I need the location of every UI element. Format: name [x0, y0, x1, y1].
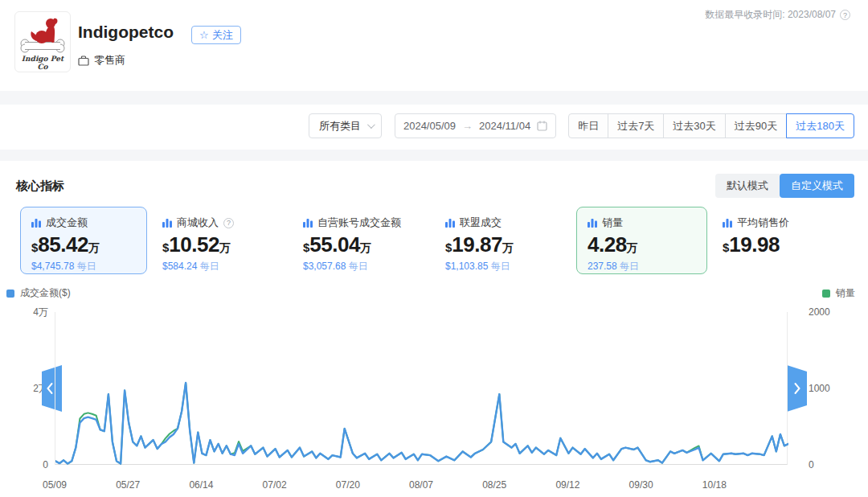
x-axis-tick: 07/20: [324, 479, 372, 491]
default-mode-button[interactable]: 默认模式: [715, 174, 780, 198]
metric-daily: $1,103.85 每日: [445, 260, 563, 273]
shop-type-badge: 零售商: [78, 53, 125, 68]
metric-value: $55.04万: [303, 232, 430, 257]
metric-daily: $584.24 每日: [162, 260, 288, 273]
quick-range-group: 昨日 过去7天 过去30天 过去90天 过去180天: [569, 113, 854, 138]
data-since-text: 数据最早收录时间: 2023/08/07: [705, 8, 836, 22]
x-axis-tick: 09/30: [617, 479, 665, 491]
chevron-right-icon: [796, 384, 800, 393]
y-axis-right-tick: 2000: [809, 306, 849, 318]
metric-card-1[interactable]: 商城收入?$10.52万$584.24 每日: [161, 207, 288, 274]
range-button-30d[interactable]: 过去30天: [663, 113, 725, 138]
bar-chart-icon: [723, 218, 732, 228]
x-axis-tick: 08/07: [397, 479, 445, 491]
bar-chart-icon: [303, 218, 313, 228]
section-divider: [0, 150, 868, 161]
metric-label: 自营账号成交金额: [317, 216, 401, 230]
section-divider: [0, 91, 868, 105]
metric-card-5[interactable]: 平均销售价$19.98: [721, 207, 841, 274]
data-since: 数据最早收录时间: 2023/08/07 ?: [705, 8, 850, 22]
metric-card-2[interactable]: 自营账号成交金额$55.04万$3,057.68 每日: [301, 207, 430, 274]
bar-chart-icon: [445, 218, 455, 228]
category-select[interactable]: 所有类目: [309, 113, 382, 138]
date-range-start: 2024/05/09: [403, 120, 456, 132]
chevron-left-icon: [48, 384, 52, 393]
dog-bone-logo-icon: [17, 14, 68, 55]
metric-value: 4.28万: [588, 232, 706, 257]
metric-label-row: 成交金额: [31, 216, 146, 230]
scroll-right-arrow[interactable]: [787, 365, 807, 412]
legend-sales-label: 销量: [836, 286, 855, 300]
x-axis-tick: 06/14: [177, 479, 225, 491]
briefcase-icon: [78, 55, 89, 66]
chevron-down-icon: [367, 121, 375, 129]
date-range-end: 2024/11/04: [479, 120, 530, 132]
x-axis-tick: 05/09: [31, 479, 79, 491]
custom-mode-button[interactable]: 自定义模式: [780, 174, 854, 198]
metric-label-row: 自营账号成交金额: [303, 216, 430, 230]
range-button-180d[interactable]: 过去180天: [786, 113, 854, 138]
trend-chart-canvas: [55, 312, 788, 465]
metric-value: $85.42万: [31, 232, 146, 257]
series-line-revenue: [55, 383, 788, 464]
y-axis-left-tick: 0: [13, 458, 48, 471]
mode-switch: 默认模式 自定义模式: [715, 174, 854, 198]
bar-chart-icon: [31, 218, 41, 228]
star-icon: ☆: [199, 29, 209, 41]
x-axis-tick: 10/18: [690, 479, 739, 491]
x-axis-tick: 05/27: [104, 479, 152, 491]
metric-label: 成交金额: [46, 216, 88, 230]
arrow-right-icon: →: [462, 120, 473, 132]
category-select-value: 所有类目: [319, 119, 361, 133]
follow-button[interactable]: ☆ 关注: [191, 26, 241, 44]
legend-revenue[interactable]: 成交金额($): [6, 286, 71, 300]
date-range-picker[interactable]: 2024/05/09 → 2024/11/04: [395, 113, 556, 138]
metric-daily: $3,057.68 每日: [303, 260, 430, 273]
filter-bar: 所有类目 2024/05/09 → 2024/11/04 昨日 过去7天 过去3…: [309, 113, 854, 138]
dashboard: Indigo Pet Co Indigopetco ☆ 关注 零售商 数据最早收…: [0, 0, 868, 497]
metric-label-row: 商城收入?: [162, 216, 288, 230]
y-axis-left-tick: 4万: [13, 306, 48, 318]
metric-label: 销量: [602, 216, 623, 230]
y-axis-right-tick: 1000: [809, 382, 849, 395]
metric-card-3[interactable]: 联盟成交$19.87万$1,103.85 每日: [444, 207, 563, 274]
metric-label: 联盟成交: [460, 216, 502, 230]
x-axis-tick: 09/12: [543, 479, 592, 491]
metric-label: 商城收入: [177, 216, 219, 230]
y-axis-right-tick: 0: [809, 458, 849, 471]
trend-chart[interactable]: [55, 312, 788, 465]
x-axis-tick: 08/25: [470, 479, 518, 491]
metric-label-row: 联盟成交: [445, 216, 563, 230]
legend-color-sales: [822, 290, 830, 298]
bar-chart-icon: [588, 218, 597, 228]
metric-label-row: 销量: [588, 216, 706, 230]
range-button-90d[interactable]: 过去90天: [725, 113, 787, 138]
calendar-icon: [537, 121, 547, 131]
help-icon[interactable]: ?: [840, 10, 850, 20]
metric-value: $19.98: [723, 232, 841, 257]
legend-revenue-label: 成交金额($): [20, 286, 71, 300]
logo-script-text: Indigo Pet Co: [15, 55, 70, 71]
bar-chart-icon: [162, 218, 172, 228]
metric-label: 平均销售价: [737, 216, 789, 230]
follow-button-label: 关注: [212, 28, 233, 43]
page-title: Indigopetco: [78, 23, 174, 42]
metric-card-0[interactable]: 成交金额$85.42万$4,745.78 每日: [20, 207, 147, 274]
shop-type-label: 零售商: [94, 53, 125, 68]
section-title-core-metrics: 核心指标: [16, 179, 64, 194]
shop-logo: Indigo Pet Co: [14, 11, 71, 72]
metric-label-row: 平均销售价: [723, 216, 841, 230]
metric-daily: 237.58 每日: [588, 260, 706, 273]
metric-value: $10.52万: [162, 232, 288, 257]
x-axis-tick: 07/02: [251, 479, 299, 491]
metric-cards: 成交金额$85.42万$4,745.78 每日商城收入?$10.52万$584.…: [20, 207, 841, 274]
metric-daily: $4,745.78 每日: [31, 260, 146, 273]
metric-value: $19.87万: [445, 232, 563, 257]
help-icon[interactable]: ?: [223, 218, 234, 228]
range-button-7d[interactable]: 过去7天: [608, 113, 664, 138]
range-button-yesterday[interactable]: 昨日: [568, 113, 608, 138]
legend-sales[interactable]: 销量: [822, 286, 855, 300]
metric-card-4[interactable]: 销量4.28万237.58 每日: [576, 207, 707, 274]
legend-color-revenue: [6, 290, 14, 298]
